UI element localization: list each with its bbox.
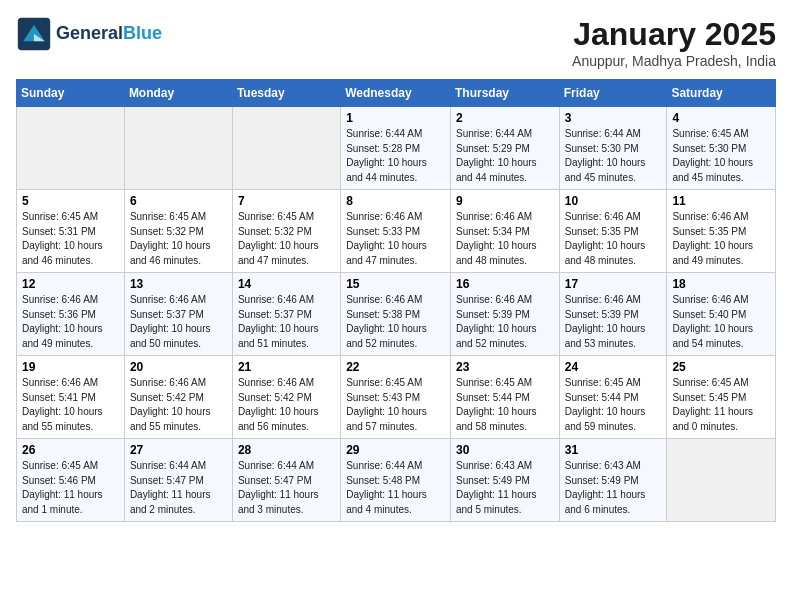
day-number: 25 — [672, 360, 770, 374]
day-number: 30 — [456, 443, 554, 457]
day-info: Sunrise: 6:46 AMSunset: 5:37 PMDaylight:… — [130, 293, 227, 351]
day-info: Sunrise: 6:45 AMSunset: 5:44 PMDaylight:… — [456, 376, 554, 434]
calendar-cell: 15 Sunrise: 6:46 AMSunset: 5:38 PMDaylig… — [341, 273, 451, 356]
calendar-cell — [124, 107, 232, 190]
calendar-cell: 31 Sunrise: 6:43 AMSunset: 5:49 PMDaylig… — [559, 439, 667, 522]
day-info: Sunrise: 6:44 AMSunset: 5:28 PMDaylight:… — [346, 127, 445, 185]
day-info: Sunrise: 6:45 AMSunset: 5:31 PMDaylight:… — [22, 210, 119, 268]
day-number: 9 — [456, 194, 554, 208]
day-info: Sunrise: 6:46 AMSunset: 5:42 PMDaylight:… — [238, 376, 335, 434]
week-row-2: 5 Sunrise: 6:45 AMSunset: 5:31 PMDayligh… — [17, 190, 776, 273]
day-info: Sunrise: 6:45 AMSunset: 5:32 PMDaylight:… — [238, 210, 335, 268]
page-header: GeneralBlue January 2025 Anuppur, Madhya… — [16, 16, 776, 69]
day-number: 1 — [346, 111, 445, 125]
calendar-cell: 8 Sunrise: 6:46 AMSunset: 5:33 PMDayligh… — [341, 190, 451, 273]
calendar-cell: 21 Sunrise: 6:46 AMSunset: 5:42 PMDaylig… — [232, 356, 340, 439]
day-info: Sunrise: 6:45 AMSunset: 5:46 PMDaylight:… — [22, 459, 119, 517]
calendar-cell: 25 Sunrise: 6:45 AMSunset: 5:45 PMDaylig… — [667, 356, 776, 439]
day-info: Sunrise: 6:44 AMSunset: 5:29 PMDaylight:… — [456, 127, 554, 185]
calendar-cell: 18 Sunrise: 6:46 AMSunset: 5:40 PMDaylig… — [667, 273, 776, 356]
day-number: 29 — [346, 443, 445, 457]
day-info: Sunrise: 6:45 AMSunset: 5:30 PMDaylight:… — [672, 127, 770, 185]
calendar-cell: 23 Sunrise: 6:45 AMSunset: 5:44 PMDaylig… — [450, 356, 559, 439]
day-number: 24 — [565, 360, 662, 374]
day-number: 21 — [238, 360, 335, 374]
calendar-table: SundayMondayTuesdayWednesdayThursdayFrid… — [16, 79, 776, 522]
calendar-cell: 14 Sunrise: 6:46 AMSunset: 5:37 PMDaylig… — [232, 273, 340, 356]
day-info: Sunrise: 6:45 AMSunset: 5:44 PMDaylight:… — [565, 376, 662, 434]
day-info: Sunrise: 6:44 AMSunset: 5:47 PMDaylight:… — [130, 459, 227, 517]
day-number: 20 — [130, 360, 227, 374]
day-number: 16 — [456, 277, 554, 291]
calendar-cell: 29 Sunrise: 6:44 AMSunset: 5:48 PMDaylig… — [341, 439, 451, 522]
days-header-row: SundayMondayTuesdayWednesdayThursdayFrid… — [17, 80, 776, 107]
day-header-saturday: Saturday — [667, 80, 776, 107]
day-number: 18 — [672, 277, 770, 291]
day-info: Sunrise: 6:46 AMSunset: 5:36 PMDaylight:… — [22, 293, 119, 351]
calendar-cell: 10 Sunrise: 6:46 AMSunset: 5:35 PMDaylig… — [559, 190, 667, 273]
day-info: Sunrise: 6:43 AMSunset: 5:49 PMDaylight:… — [565, 459, 662, 517]
day-info: Sunrise: 6:44 AMSunset: 5:30 PMDaylight:… — [565, 127, 662, 185]
day-number: 3 — [565, 111, 662, 125]
day-number: 27 — [130, 443, 227, 457]
day-info: Sunrise: 6:43 AMSunset: 5:49 PMDaylight:… — [456, 459, 554, 517]
calendar-cell: 13 Sunrise: 6:46 AMSunset: 5:37 PMDaylig… — [124, 273, 232, 356]
logo-icon — [16, 16, 52, 52]
calendar-cell — [17, 107, 125, 190]
day-number: 6 — [130, 194, 227, 208]
calendar-cell: 22 Sunrise: 6:45 AMSunset: 5:43 PMDaylig… — [341, 356, 451, 439]
day-info: Sunrise: 6:46 AMSunset: 5:33 PMDaylight:… — [346, 210, 445, 268]
day-number: 23 — [456, 360, 554, 374]
calendar-cell: 27 Sunrise: 6:44 AMSunset: 5:47 PMDaylig… — [124, 439, 232, 522]
day-header-thursday: Thursday — [450, 80, 559, 107]
calendar-cell: 2 Sunrise: 6:44 AMSunset: 5:29 PMDayligh… — [450, 107, 559, 190]
calendar-cell: 26 Sunrise: 6:45 AMSunset: 5:46 PMDaylig… — [17, 439, 125, 522]
calendar-cell: 20 Sunrise: 6:46 AMSunset: 5:42 PMDaylig… — [124, 356, 232, 439]
day-info: Sunrise: 6:46 AMSunset: 5:39 PMDaylight:… — [565, 293, 662, 351]
week-row-5: 26 Sunrise: 6:45 AMSunset: 5:46 PMDaylig… — [17, 439, 776, 522]
day-number: 4 — [672, 111, 770, 125]
day-info: Sunrise: 6:46 AMSunset: 5:37 PMDaylight:… — [238, 293, 335, 351]
day-number: 11 — [672, 194, 770, 208]
day-info: Sunrise: 6:46 AMSunset: 5:35 PMDaylight:… — [565, 210, 662, 268]
day-header-wednesday: Wednesday — [341, 80, 451, 107]
week-row-3: 12 Sunrise: 6:46 AMSunset: 5:36 PMDaylig… — [17, 273, 776, 356]
day-info: Sunrise: 6:45 AMSunset: 5:32 PMDaylight:… — [130, 210, 227, 268]
calendar-cell: 30 Sunrise: 6:43 AMSunset: 5:49 PMDaylig… — [450, 439, 559, 522]
day-header-monday: Monday — [124, 80, 232, 107]
day-number: 14 — [238, 277, 335, 291]
calendar-cell: 9 Sunrise: 6:46 AMSunset: 5:34 PMDayligh… — [450, 190, 559, 273]
day-number: 10 — [565, 194, 662, 208]
calendar-cell: 24 Sunrise: 6:45 AMSunset: 5:44 PMDaylig… — [559, 356, 667, 439]
calendar-cell — [667, 439, 776, 522]
calendar-cell: 7 Sunrise: 6:45 AMSunset: 5:32 PMDayligh… — [232, 190, 340, 273]
day-info: Sunrise: 6:46 AMSunset: 5:39 PMDaylight:… — [456, 293, 554, 351]
day-number: 2 — [456, 111, 554, 125]
day-number: 13 — [130, 277, 227, 291]
day-number: 22 — [346, 360, 445, 374]
day-info: Sunrise: 6:46 AMSunset: 5:40 PMDaylight:… — [672, 293, 770, 351]
day-header-friday: Friday — [559, 80, 667, 107]
day-number: 8 — [346, 194, 445, 208]
day-info: Sunrise: 6:44 AMSunset: 5:48 PMDaylight:… — [346, 459, 445, 517]
day-number: 7 — [238, 194, 335, 208]
calendar-cell: 17 Sunrise: 6:46 AMSunset: 5:39 PMDaylig… — [559, 273, 667, 356]
day-number: 19 — [22, 360, 119, 374]
calendar-cell: 3 Sunrise: 6:44 AMSunset: 5:30 PMDayligh… — [559, 107, 667, 190]
location: Anuppur, Madhya Pradesh, India — [572, 53, 776, 69]
calendar-cell: 19 Sunrise: 6:46 AMSunset: 5:41 PMDaylig… — [17, 356, 125, 439]
day-info: Sunrise: 6:45 AMSunset: 5:43 PMDaylight:… — [346, 376, 445, 434]
day-info: Sunrise: 6:46 AMSunset: 5:42 PMDaylight:… — [130, 376, 227, 434]
day-info: Sunrise: 6:44 AMSunset: 5:47 PMDaylight:… — [238, 459, 335, 517]
title-block: January 2025 Anuppur, Madhya Pradesh, In… — [572, 16, 776, 69]
calendar-cell: 4 Sunrise: 6:45 AMSunset: 5:30 PMDayligh… — [667, 107, 776, 190]
day-info: Sunrise: 6:46 AMSunset: 5:34 PMDaylight:… — [456, 210, 554, 268]
day-number: 26 — [22, 443, 119, 457]
day-info: Sunrise: 6:46 AMSunset: 5:41 PMDaylight:… — [22, 376, 119, 434]
day-number: 12 — [22, 277, 119, 291]
logo-text: GeneralBlue — [56, 24, 162, 44]
calendar-cell: 28 Sunrise: 6:44 AMSunset: 5:47 PMDaylig… — [232, 439, 340, 522]
day-number: 15 — [346, 277, 445, 291]
logo: GeneralBlue — [16, 16, 162, 52]
day-info: Sunrise: 6:46 AMSunset: 5:35 PMDaylight:… — [672, 210, 770, 268]
